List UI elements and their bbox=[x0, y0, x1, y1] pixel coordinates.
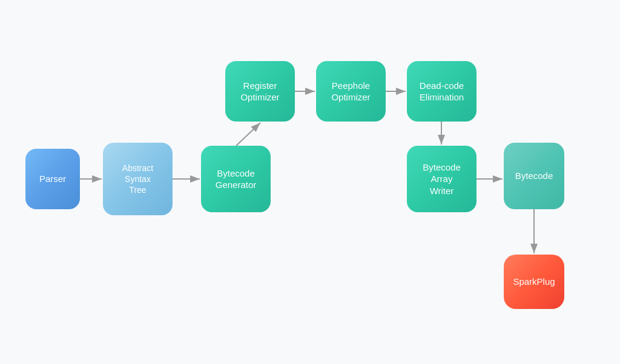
bytecode-label: Bytecode bbox=[515, 170, 553, 182]
peephole-opt-label: PeepholeOptimizer bbox=[331, 80, 370, 103]
bytecode-gen-node: BytecodeGenerator bbox=[201, 146, 271, 212]
bytecode-gen-label: BytecodeGenerator bbox=[216, 167, 257, 191]
bytecode-writer-node: BytecodeArrayWriter bbox=[407, 146, 477, 212]
bytecode-node: Bytecode bbox=[504, 143, 564, 209]
register-opt-node: RegisterOptimizer bbox=[225, 61, 295, 122]
peephole-opt-node: PeepholeOptimizer bbox=[316, 61, 386, 122]
ast-label: AbstractSyntaxTree bbox=[122, 163, 153, 196]
diagram: Parser AbstractSyntaxTree BytecodeGenera… bbox=[13, 13, 607, 351]
parser-node: Parser bbox=[25, 149, 80, 209]
dead-code-label: Dead-codeElimination bbox=[420, 80, 464, 103]
ast-node: AbstractSyntaxTree bbox=[103, 143, 173, 215]
dead-code-node: Dead-codeElimination bbox=[407, 61, 477, 122]
sparkplug-node: SparkPlug bbox=[504, 255, 564, 309]
register-opt-label: RegisterOptimizer bbox=[240, 80, 279, 103]
svg-line-3 bbox=[236, 123, 260, 146]
bytecode-writer-label: BytecodeArrayWriter bbox=[423, 161, 461, 197]
sparkplug-label: SparkPlug bbox=[513, 276, 555, 288]
parser-label: Parser bbox=[39, 173, 66, 185]
